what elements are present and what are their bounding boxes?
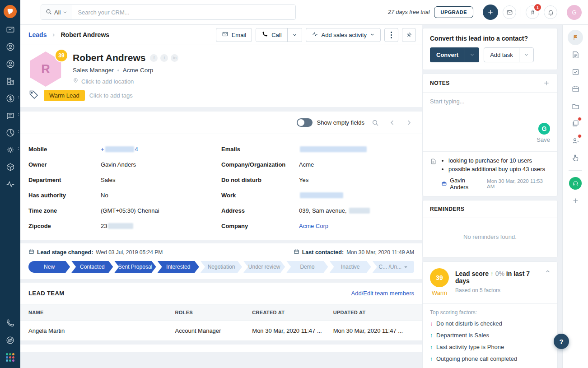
stage-under-review[interactable]: Under review	[243, 261, 285, 273]
dollar-icon[interactable]	[2, 93, 19, 104]
divider	[569, 170, 582, 171]
app-grid-icon[interactable]	[2, 352, 19, 363]
note-bullet: looking to purchase for 10 users	[448, 157, 550, 164]
phone-icon	[261, 31, 268, 39]
field-emails: Emails	[221, 141, 414, 157]
scoring-factor: ↓Do not disturb is checked	[430, 320, 550, 327]
note-bullet: possible additional buy upto 43 users	[448, 166, 550, 172]
files-panel-icon[interactable]	[567, 98, 583, 114]
user-icon[interactable]	[2, 59, 19, 70]
phone-icon[interactable]	[2, 317, 19, 328]
notification-badge: 1	[534, 4, 541, 11]
user-avatar[interactable]: G	[567, 5, 582, 20]
scoring-factor: ↑Outgoing phone call completed	[430, 355, 550, 362]
search-icon	[46, 9, 52, 16]
participants-panel-icon[interactable]	[567, 132, 583, 149]
building-icon[interactable]	[2, 76, 19, 87]
stage-interested[interactable]: Interested	[158, 261, 199, 273]
announcements-icon[interactable]	[567, 29, 583, 46]
add-task-dropdown-button[interactable]	[519, 48, 533, 62]
eye-off-icon[interactable]	[2, 335, 19, 345]
table-row[interactable]: Angela Martin Account Manager Mon 30 Mar…	[20, 321, 422, 341]
pie-chart-icon[interactable]	[2, 127, 19, 138]
contact-icon[interactable]	[2, 42, 19, 52]
twitter-icon[interactable]: t	[160, 54, 168, 62]
notifications-button[interactable]	[544, 5, 557, 19]
more-actions-button[interactable]	[384, 28, 398, 42]
convert-dropdown-button[interactable]	[465, 47, 479, 62]
call-dropdown-button[interactable]	[287, 28, 302, 42]
call-button[interactable]: Call	[256, 28, 287, 42]
grammarly-icon[interactable]: G	[538, 123, 550, 135]
facebook-icon[interactable]: f	[150, 54, 158, 62]
tasks-panel-icon[interactable]	[567, 64, 583, 80]
company-value-link[interactable]: Acme Corp	[299, 223, 414, 229]
stage-sent-proposal[interactable]: Sent Proposal	[114, 261, 156, 273]
field-mobile: Mobile +4	[28, 141, 221, 157]
stage-demo[interactable]: Demo	[286, 261, 328, 273]
divider	[562, 7, 562, 17]
pulse-icon[interactable]	[2, 179, 19, 190]
quick-add-button[interactable]	[483, 5, 498, 20]
add-task-button[interactable]: Add task	[484, 48, 519, 62]
notes-card: NOTES G Save looking to purchase for 10 …	[422, 74, 558, 196]
field-search-icon[interactable]	[372, 119, 379, 126]
email-button[interactable]: Email	[216, 28, 252, 42]
save-note-button[interactable]: Save	[537, 136, 550, 143]
notes-panel-icon[interactable]	[567, 47, 583, 63]
right-rail	[562, 25, 588, 368]
tag-chip-warm-lead[interactable]: Warm Lead	[44, 90, 85, 101]
masked-value	[349, 208, 370, 214]
search-scope-dropdown[interactable]: All	[41, 5, 72, 19]
field-time-zone: Time zone (GMT+05:30) Chennai	[28, 203, 221, 218]
prev-record-button[interactable]	[389, 119, 396, 126]
up-arrow-icon: ↑	[430, 356, 433, 362]
add-location-link[interactable]: Click to add location	[73, 78, 178, 85]
freshworks-logo[interactable]	[4, 5, 17, 18]
chevron-down-icon	[370, 32, 375, 38]
pulse-icon	[312, 31, 318, 39]
note-list-item[interactable]: looking to purchase for 10 users possibl…	[423, 151, 557, 196]
freshdesk-support-icon[interactable]	[567, 175, 583, 191]
field-company: Company Acme Corp	[221, 218, 414, 233]
stage-new[interactable]: New	[28, 261, 70, 273]
search-scope-label: All	[54, 9, 61, 16]
documents-panel-icon[interactable]	[567, 115, 583, 131]
calendar-icon	[294, 249, 299, 256]
field-do-not-disturb: Do not disturb Yes	[221, 172, 414, 187]
meetings-panel-icon[interactable]	[567, 81, 583, 97]
edit-team-members-link[interactable]: Add/Edit team members	[351, 290, 414, 297]
add-tags-link[interactable]: Click to add tags	[89, 92, 133, 99]
page-settings-button[interactable]	[402, 28, 416, 42]
mobile-value-link[interactable]: +4	[101, 146, 221, 153]
add-panel-icon[interactable]	[567, 192, 583, 209]
stage-contacted[interactable]: Contacted	[71, 261, 113, 273]
search-input[interactable]	[72, 5, 295, 19]
convert-card: Convert this lead into a contact? Conver…	[422, 28, 558, 70]
upgrade-button[interactable]: UPGRADE	[434, 6, 473, 18]
chat-icon[interactable]	[2, 110, 19, 121]
email-inbox-button[interactable]	[503, 5, 516, 19]
stage-closed-unqualified[interactable]: C... /Un...	[373, 261, 414, 273]
display-icon[interactable]	[2, 24, 19, 35]
score-basis: Based on 5 factors	[455, 287, 538, 293]
add-sales-activity-button[interactable]: Add sales activity	[306, 28, 381, 42]
linkedin-icon[interactable]: in	[171, 54, 178, 62]
add-note-button[interactable]	[543, 79, 550, 87]
chevron-right-icon	[51, 33, 56, 37]
stage-inactive[interactable]: Inactive	[330, 261, 371, 273]
emails-value-link[interactable]	[299, 146, 414, 153]
gear-icon[interactable]	[2, 144, 19, 155]
convert-button[interactable]: Convert	[430, 47, 465, 62]
breadcrumb-leads-link[interactable]: Leads	[28, 31, 47, 38]
whats-new-button[interactable]: 1	[526, 5, 539, 19]
next-record-button[interactable]	[406, 119, 412, 126]
stage-negotiation[interactable]: Negotiation	[201, 261, 242, 273]
show-empty-fields-toggle[interactable]	[297, 118, 313, 127]
cube-icon[interactable]	[2, 162, 19, 172]
note-input[interactable]	[430, 98, 550, 121]
divider	[478, 7, 478, 17]
help-button[interactable]: ?	[554, 334, 569, 349]
collapse-chevron-icon[interactable]	[545, 268, 551, 296]
walkthrough-hand-icon[interactable]	[567, 149, 583, 166]
